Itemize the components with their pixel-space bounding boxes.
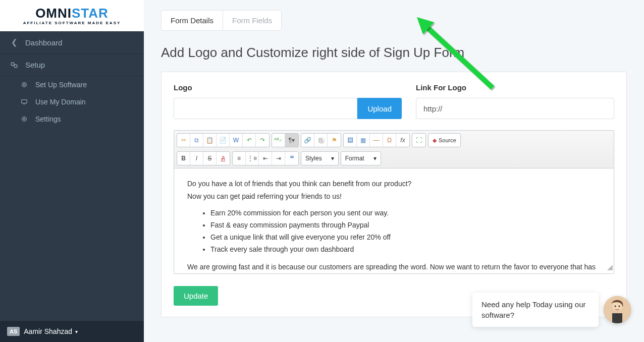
unlink-icon[interactable]: ⧉⃠ <box>314 134 328 147</box>
spellcheck-icon[interactable]: ᴬᴮ✓ <box>272 134 285 147</box>
rich-text-editor: ✂ ⧉ 📋 📄 W ↶ ↷ ᴬᴮ✓ ¶▾ 🔗 ⧉⃠ <box>174 130 614 274</box>
indent-icon[interactable]: ⇥ <box>272 152 285 165</box>
bullet-list-icon[interactable]: ⋮≡ <box>246 152 259 165</box>
tab-form-fields[interactable]: Form Fields <box>223 11 281 30</box>
cut-icon[interactable]: ✂ <box>177 134 190 147</box>
table-icon[interactable]: ▦ <box>357 134 370 147</box>
user-menu[interactable]: AS Aamir Shahzad ▾ <box>0 321 144 342</box>
svg-point-14 <box>619 306 620 307</box>
image-icon[interactable]: 🖼 <box>344 134 357 147</box>
nav-settings[interactable]: Settings <box>10 110 144 128</box>
italic-icon[interactable]: I <box>190 152 203 165</box>
bold-icon[interactable]: B <box>177 152 190 165</box>
svg-point-1 <box>14 65 17 68</box>
monitor-icon <box>19 98 29 105</box>
tabs: Form Details Form Fields <box>161 10 282 31</box>
svg-rect-12 <box>612 313 622 323</box>
blockquote-icon[interactable]: ❝ <box>285 152 298 165</box>
logo-file-input[interactable] <box>174 98 357 119</box>
label-logo: Logo <box>174 83 402 92</box>
nav-use-my-domain[interactable]: Use My Domain <box>10 93 144 110</box>
anchor-icon[interactable]: ⚑ <box>328 134 341 147</box>
logo-area[interactable]: OMNISTAR AFFILIATE SOFTWARE MADE EASY <box>0 0 144 31</box>
user-initials: AS <box>7 327 20 336</box>
svg-point-0 <box>11 63 14 66</box>
numbered-list-icon[interactable]: ≡ <box>233 152 246 165</box>
paste-word-icon[interactable]: W <box>230 134 243 147</box>
svg-point-13 <box>615 306 616 307</box>
chevron-left-icon: ❮ <box>9 38 19 47</box>
styles-select[interactable]: Styles▾ <box>301 151 339 165</box>
svg-point-2 <box>22 83 27 87</box>
gear-icon <box>19 116 29 123</box>
paste-text-icon[interactable]: 📄 <box>217 134 230 147</box>
remove-format-icon[interactable]: A̷ <box>217 152 230 165</box>
logo-text: OMNISTAR <box>35 7 109 20</box>
copy-icon[interactable]: ⧉ <box>190 134 203 147</box>
link-input[interactable] <box>416 98 614 119</box>
math-icon[interactable]: fx <box>396 134 409 147</box>
maximize-icon[interactable]: ⛶ <box>412 134 425 147</box>
editor-toolbar: ✂ ⧉ 📋 📄 W ↶ ↷ ᴬᴮ✓ ¶▾ 🔗 ⧉⃠ <box>174 131 614 168</box>
user-name: Aamir Shahzad <box>24 327 72 335</box>
svg-point-6 <box>22 117 27 122</box>
svg-rect-4 <box>22 100 27 103</box>
update-button[interactable]: Update <box>174 286 218 306</box>
logo-tagline: AFFILIATE SOFTWARE MADE EASY <box>23 21 121 25</box>
format-select[interactable]: Format▾ <box>341 151 381 165</box>
redo-icon[interactable]: ↷ <box>256 134 269 147</box>
nav-dashboard[interactable]: ❮ Dashboard <box>0 31 144 54</box>
gears-icon <box>9 61 19 69</box>
source-button[interactable]: ◆Source <box>428 133 461 147</box>
chat-avatar[interactable] <box>604 296 631 323</box>
svg-point-7 <box>23 118 25 120</box>
nav-set-up-software[interactable]: Set Up Software <box>10 76 144 93</box>
undo-icon[interactable]: ↶ <box>243 134 256 147</box>
nav: ❮ Dashboard Setup Set Up Software <box>0 31 144 321</box>
chevron-down-icon: ▾ <box>75 329 78 334</box>
link-icon[interactable]: 🔗 <box>301 134 314 147</box>
editor-body[interactable]: Do you have a lot of friends that you th… <box>174 168 614 273</box>
sidebar: OMNISTAR AFFILIATE SOFTWARE MADE EASY ❮ … <box>0 0 144 342</box>
strike-icon[interactable]: S <box>203 152 217 165</box>
chat-bubble[interactable]: Need any help Today using our software? <box>472 293 599 327</box>
nav-setup-sub: Set Up Software Use My Domain Settings <box>0 76 144 128</box>
tab-form-details[interactable]: Form Details <box>162 11 223 30</box>
page-title: Add Logo and Customize right side of Sig… <box>161 45 627 61</box>
gear-icon <box>19 81 29 88</box>
scayt-icon[interactable]: ¶▾ <box>285 134 298 147</box>
svg-marker-9 <box>417 17 434 34</box>
nav-setup[interactable]: Setup <box>0 54 144 76</box>
paste-icon[interactable]: 📋 <box>203 134 217 147</box>
special-char-icon[interactable]: Ω <box>383 134 396 147</box>
resize-handle-icon[interactable]: ◢ <box>607 262 613 272</box>
panel-form: Logo Upload Link For Logo ✂ ⧉ 📋 <box>161 72 627 317</box>
hr-icon[interactable]: — <box>370 134 383 147</box>
outdent-icon[interactable]: ⇤ <box>259 152 272 165</box>
chat-widget: Need any help Today using our software? <box>472 293 631 327</box>
label-link: Link For Logo <box>416 83 614 92</box>
upload-button[interactable]: Upload <box>357 98 402 119</box>
svg-point-3 <box>23 84 25 86</box>
